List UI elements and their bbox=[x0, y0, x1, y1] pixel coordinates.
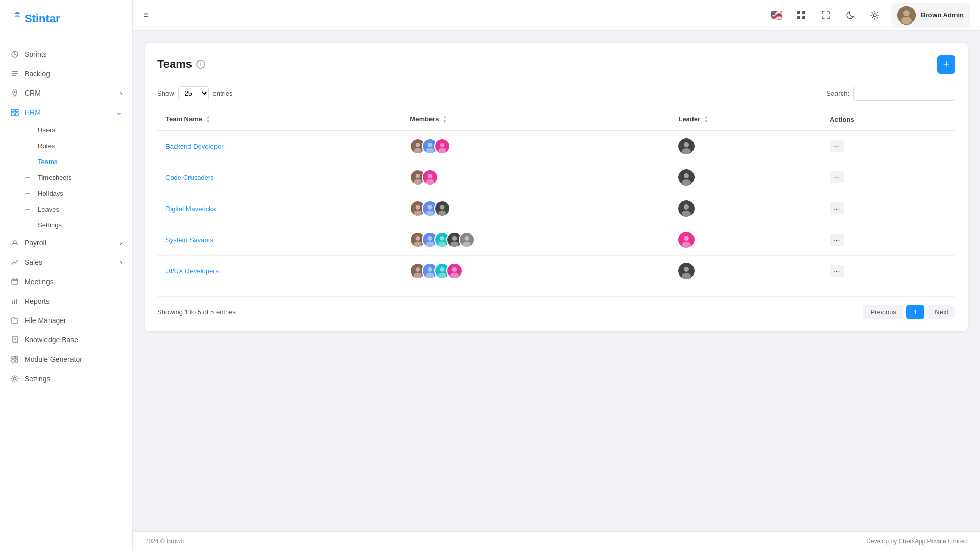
svg-point-89 bbox=[452, 267, 457, 272]
svg-rect-2 bbox=[12, 71, 18, 72]
sidebar-item-module-generator[interactable]: Module Generator bbox=[0, 350, 132, 369]
svg-point-93 bbox=[682, 273, 691, 279]
svg-rect-11 bbox=[12, 279, 18, 284]
sort-icon: ▲▼ bbox=[206, 115, 210, 124]
svg-rect-8 bbox=[11, 113, 14, 116]
svg-rect-23 bbox=[802, 16, 805, 19]
fullscreen-icon[interactable] bbox=[818, 7, 834, 24]
team-name[interactable]: UI/UX Developers bbox=[165, 267, 219, 275]
svg-point-60 bbox=[682, 211, 691, 217]
svg-rect-20 bbox=[797, 11, 800, 14]
svg-point-36 bbox=[438, 148, 446, 154]
sidebar-item-label: Backlog bbox=[25, 70, 50, 78]
sidebar-item-label: Knowledge Base bbox=[25, 336, 78, 344]
chevron-right-icon: › bbox=[119, 239, 122, 247]
row-actions-button[interactable]: ··· bbox=[830, 234, 844, 246]
svg-point-45 bbox=[426, 179, 434, 185]
sidebar-item-file-manager[interactable]: File Manager bbox=[0, 311, 132, 330]
svg-point-62 bbox=[416, 236, 420, 241]
entries-info: Showing 1 to 5 of 5 entries bbox=[157, 308, 236, 316]
members-cell bbox=[401, 162, 670, 193]
svg-point-74 bbox=[465, 236, 469, 241]
sidebar-nav: Sprints Backlog CRM › HRM ⌄ bbox=[0, 39, 132, 551]
sub-item-label: Roles bbox=[38, 142, 55, 150]
team-name[interactable]: Backend Developer bbox=[165, 143, 223, 150]
team-name[interactable]: Code Crusaders bbox=[165, 174, 214, 181]
sidebar-sub-item-users[interactable]: Users bbox=[0, 122, 132, 138]
settings-header-icon[interactable] bbox=[867, 7, 883, 24]
knowledge-base-icon bbox=[10, 335, 19, 345]
show-label: Show bbox=[157, 89, 174, 97]
user-menu[interactable]: Brown Admin bbox=[891, 3, 970, 28]
apps-icon[interactable] bbox=[793, 7, 809, 24]
sidebar-sub-item-holidays[interactable]: Holidays bbox=[0, 186, 132, 201]
sidebar-item-label: Settings bbox=[25, 375, 51, 383]
sidebar-item-hrm[interactable]: HRM ⌄ bbox=[0, 103, 132, 122]
sub-item-label: Settings bbox=[38, 221, 62, 229]
pagination-area: Showing 1 to 5 of 5 entries Previous 1 N… bbox=[157, 296, 955, 319]
member-avatar bbox=[422, 169, 438, 186]
sidebar-item-backlog[interactable]: Backlog bbox=[0, 64, 132, 83]
entries-label: entries bbox=[213, 89, 233, 97]
sidebar-sub-item-teams[interactable]: Teams bbox=[0, 154, 132, 170]
sidebar-sub-item-roles[interactable]: Roles bbox=[0, 138, 132, 154]
svg-point-38 bbox=[684, 142, 689, 147]
add-team-button[interactable]: + bbox=[937, 55, 955, 74]
leader-avatar bbox=[678, 138, 695, 154]
svg-point-86 bbox=[440, 267, 445, 272]
sidebar-item-settings[interactable]: Settings bbox=[0, 369, 132, 388]
sidebar-item-crm[interactable]: CRM › bbox=[0, 83, 132, 103]
sidebar-sub-item-leaves[interactable]: Leaves bbox=[0, 201, 132, 217]
svg-point-87 bbox=[438, 273, 446, 279]
sidebar-item-payroll[interactable]: Payroll › bbox=[0, 233, 132, 252]
teams-card: Teams i + Show 25 50 100 entries Sea bbox=[145, 43, 968, 331]
info-icon[interactable]: i bbox=[196, 60, 205, 69]
member-avatar bbox=[459, 232, 475, 248]
sidebar-item-meetings[interactable]: Meetings bbox=[0, 272, 132, 291]
meetings-icon bbox=[10, 277, 19, 286]
page-title: Teams bbox=[157, 58, 192, 71]
col-leader[interactable]: Leader ▲▼ bbox=[670, 109, 822, 130]
entries-select[interactable]: 25 50 100 bbox=[178, 86, 209, 100]
teams-table: Team Name ▲▼ Members ▲▼ Leader ▲▼ Acti bbox=[157, 109, 955, 286]
leader-avatar bbox=[678, 200, 695, 217]
dark-mode-icon[interactable] bbox=[842, 7, 858, 24]
menu-toggle-button[interactable]: ≡ bbox=[143, 10, 149, 20]
chevron-right-icon: › bbox=[119, 258, 122, 266]
row-actions-button[interactable]: ··· bbox=[830, 140, 844, 152]
actions-cell: ··· bbox=[822, 193, 955, 224]
next-button[interactable]: Next bbox=[927, 305, 955, 319]
sidebar-sub-item-timesheets[interactable]: Timesheets bbox=[0, 170, 132, 186]
sidebar-item-reports[interactable]: Reports bbox=[0, 291, 132, 311]
actions-cell: ··· bbox=[822, 162, 955, 193]
row-actions-button[interactable]: ··· bbox=[830, 171, 844, 183]
row-actions-button[interactable]: ··· bbox=[830, 202, 844, 215]
svg-point-27 bbox=[901, 17, 912, 24]
search-input[interactable] bbox=[853, 86, 955, 101]
sidebar-item-sprints[interactable]: Sprints bbox=[0, 44, 132, 64]
sub-item-label: Holidays bbox=[38, 190, 63, 197]
sidebar-sub-item-settings[interactable]: Settings bbox=[0, 217, 132, 233]
col-members[interactable]: Members ▲▼ bbox=[401, 109, 670, 130]
team-name[interactable]: Digital Mavericks bbox=[165, 205, 216, 213]
svg-point-54 bbox=[426, 211, 434, 216]
reports-icon bbox=[10, 296, 19, 306]
svg-point-84 bbox=[426, 273, 434, 279]
sub-item-label: Leaves bbox=[38, 205, 59, 213]
row-actions-button[interactable]: ··· bbox=[830, 265, 844, 277]
team-name[interactable]: System Savants bbox=[165, 236, 213, 244]
language-selector[interactable]: 🇺🇸 bbox=[769, 7, 785, 24]
table-controls: Show 25 50 100 entries Search: bbox=[157, 86, 955, 101]
sidebar-item-sales[interactable]: Sales › bbox=[0, 252, 132, 272]
page-1-button[interactable]: 1 bbox=[906, 305, 924, 319]
sidebar-item-knowledge-base[interactable]: Knowledge Base bbox=[0, 330, 132, 350]
svg-point-69 bbox=[438, 242, 446, 247]
col-team-name[interactable]: Team Name ▲▼ bbox=[157, 109, 401, 130]
svg-rect-6 bbox=[11, 109, 14, 112]
header: ≡ 🇺🇸 Brown Admin bbox=[133, 0, 980, 31]
payroll-icon bbox=[10, 238, 19, 247]
search-label: Search: bbox=[826, 89, 849, 97]
file-manager-icon bbox=[10, 316, 19, 325]
sidebar-item-label: Reports bbox=[25, 297, 50, 305]
previous-button[interactable]: Previous bbox=[863, 305, 903, 319]
